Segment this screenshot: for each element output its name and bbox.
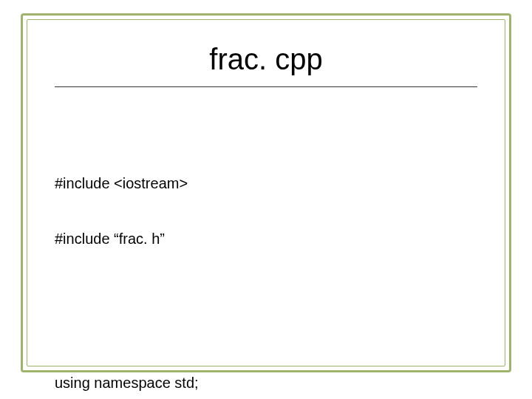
- includes-block: #include <iostream> #include “frac. h”: [55, 137, 477, 285]
- code-line-include-frac-h: #include “frac. h”: [55, 230, 477, 248]
- using-block: using namespace std;: [55, 337, 477, 399]
- code-line-using-namespace: using namespace std;: [55, 374, 477, 392]
- code-block: #include <iostream> #include “frac. h” u…: [55, 100, 477, 399]
- slide-content: frac. cpp #include <iostream> #include “…: [27, 19, 505, 366]
- slide-title: frac. cpp: [55, 43, 477, 76]
- title-underline: [55, 86, 477, 87]
- code-line-include-iostream: #include <iostream>: [55, 174, 477, 193]
- slide: frac. cpp #include <iostream> #include “…: [0, 0, 532, 399]
